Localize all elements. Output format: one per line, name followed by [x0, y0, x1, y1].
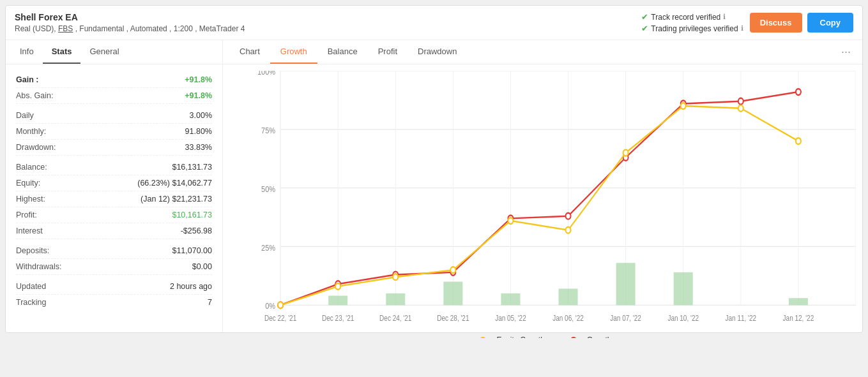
svg-point-58 — [681, 103, 686, 109]
tab-growth[interactable]: Growth — [270, 40, 317, 64]
svg-text:Jan 10, '22: Jan 10, '22 — [667, 314, 699, 322]
svg-text:Jan 07, '22: Jan 07, '22 — [610, 314, 641, 322]
svg-text:Dec 22, '21: Dec 22, '21 — [264, 314, 296, 322]
svg-text:0%: 0% — [265, 301, 275, 311]
page-title: Shell Forex EA — [15, 12, 635, 22]
stat-daily: Daily 3.00% — [16, 108, 212, 124]
stat-drawdown: Drawdown: 33.83% — [16, 140, 212, 156]
legend-growth-line — [564, 336, 583, 338]
tab-general[interactable]: General — [80, 40, 128, 64]
header-subtitle: Real (USD), FBS , Fundamental , Automate… — [15, 24, 635, 33]
svg-text:Jan 12, '22: Jan 12, '22 — [783, 314, 814, 322]
info-icon-1[interactable]: ℹ — [723, 13, 726, 21]
tab-chart[interactable]: Chart — [229, 40, 270, 64]
stat-monthly: Monthly: 91.80% — [16, 124, 212, 140]
growth-chart: 100% 75% 50% 25% 0% Dec 22, '21 Dec 23, … — [229, 71, 856, 329]
legend-equity-growth: Equity Growth — [473, 336, 544, 338]
svg-rect-38 — [674, 272, 693, 305]
svg-text:75%: 75% — [261, 126, 275, 135]
stat-abs-gain: Abs. Gain: +91.8% — [16, 88, 212, 104]
svg-text:Dec 28, '21: Dec 28, '21 — [437, 314, 469, 322]
svg-text:Dec 23, '21: Dec 23, '21 — [322, 314, 354, 322]
svg-point-49 — [738, 98, 743, 105]
svg-text:Jan 11, '22: Jan 11, '22 — [726, 314, 757, 322]
svg-rect-40 — [789, 298, 808, 305]
svg-point-52 — [335, 283, 340, 290]
svg-rect-35 — [501, 293, 520, 305]
more-options-icon[interactable]: ··· — [836, 40, 856, 64]
tab-stats[interactable]: Stats — [43, 40, 81, 64]
tab-profit[interactable]: Profit — [368, 40, 407, 64]
check-icon-2: ✔ — [641, 24, 648, 33]
svg-point-46 — [566, 213, 571, 219]
fbs-link[interactable]: FBS — [58, 24, 73, 33]
svg-point-64 — [571, 337, 576, 338]
stat-gain: Gain : +91.8% — [16, 72, 212, 88]
svg-rect-33 — [386, 293, 405, 305]
chart-tabs: Chart Growth Balance Profit Drawdown ··· — [223, 40, 862, 64]
track-record-verified: ✔ Track record verified ℹ — [641, 12, 743, 22]
chart-legend: Equity Growth Growth — [229, 336, 856, 338]
stat-highest: Highest: (Jan 12) $21,231.73 — [16, 191, 212, 207]
stat-interest: Interest -$256.98 — [16, 223, 212, 239]
svg-point-56 — [566, 227, 571, 233]
svg-point-51 — [278, 302, 283, 308]
svg-point-55 — [508, 218, 513, 224]
stat-deposits: Deposits: $11,070.00 — [16, 243, 212, 259]
svg-text:25%: 25% — [261, 243, 275, 253]
svg-text:Jan 05, '22: Jan 05, '22 — [495, 314, 526, 322]
stat-equity: Equity: (66.23%) $14,062.77 — [16, 175, 212, 191]
trading-privileges-verified: ✔ Trading privileges verified ℹ — [641, 24, 743, 33]
tab-info[interactable]: Info — [11, 40, 43, 64]
svg-rect-34 — [443, 282, 462, 306]
chart-area: 100% 75% 50% 25% 0% Dec 22, '21 Dec 23, … — [223, 64, 862, 332]
svg-point-54 — [450, 267, 455, 273]
svg-point-53 — [393, 274, 398, 280]
svg-text:Dec 24, '21: Dec 24, '21 — [379, 314, 411, 322]
svg-text:50%: 50% — [261, 184, 275, 194]
svg-text:100%: 100% — [257, 71, 275, 77]
svg-rect-36 — [559, 289, 578, 306]
svg-text:Jan 06, '22: Jan 06, '22 — [552, 314, 584, 322]
svg-point-60 — [796, 138, 801, 144]
legend-growth: Growth — [564, 336, 612, 338]
stat-withdrawals: Withdrawals: $0.00 — [16, 259, 212, 275]
svg-rect-37 — [616, 263, 636, 305]
discuss-button[interactable]: Discuss — [750, 13, 802, 33]
stat-tracking: Tracking 7 — [16, 295, 212, 310]
svg-point-50 — [796, 89, 801, 95]
info-icon-2[interactable]: ℹ — [741, 24, 743, 33]
tab-drawdown[interactable]: Drawdown — [407, 40, 467, 64]
tab-balance[interactable]: Balance — [317, 40, 368, 64]
stat-balance: Balance: $16,131.73 — [16, 159, 212, 175]
check-icon-1: ✔ — [641, 12, 648, 22]
svg-rect-32 — [328, 296, 347, 306]
copy-button[interactable]: Copy — [807, 13, 854, 33]
left-tabs: Info Stats General — [6, 40, 222, 64]
svg-point-59 — [738, 105, 743, 112]
stat-updated: Updated 2 hours ago — [16, 279, 212, 295]
legend-equity-line — [473, 336, 492, 338]
stat-profit: Profit: $10,161.73 — [16, 207, 212, 223]
svg-point-57 — [623, 150, 628, 156]
svg-point-62 — [480, 337, 485, 338]
